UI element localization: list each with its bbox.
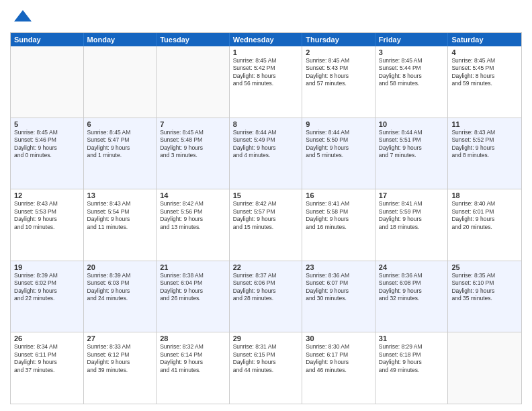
calendar-cell: 26Sunrise: 8:34 AM Sunset: 6:11 PM Dayli…	[11, 332, 84, 404]
day-info: Sunrise: 8:44 AM Sunset: 5:51 PM Dayligh…	[379, 129, 445, 160]
calendar-cell: 17Sunrise: 8:41 AM Sunset: 5:59 PM Dayli…	[375, 189, 449, 261]
calendar-cell: 29Sunrise: 8:31 AM Sunset: 6:15 PM Dayli…	[230, 332, 303, 404]
day-number: 27	[87, 334, 153, 342]
day-number: 9	[306, 120, 371, 128]
day-number: 19	[14, 263, 80, 271]
day-info: Sunrise: 8:34 AM Sunset: 6:11 PM Dayligh…	[14, 343, 80, 374]
day-number: 8	[233, 120, 299, 128]
logo-icon	[13, 7, 33, 27]
calendar-cell: 20Sunrise: 8:39 AM Sunset: 6:03 PM Dayli…	[84, 261, 157, 332]
calendar-cell: 31Sunrise: 8:29 AM Sunset: 6:18 PM Dayli…	[375, 332, 449, 404]
calendar-cell: 16Sunrise: 8:41 AM Sunset: 5:58 PM Dayli…	[302, 189, 375, 261]
calendar-row-2: 12Sunrise: 8:43 AM Sunset: 5:53 PM Dayli…	[11, 189, 521, 261]
day-info: Sunrise: 8:45 AM Sunset: 5:48 PM Dayligh…	[160, 129, 226, 160]
calendar-row-4: 26Sunrise: 8:34 AM Sunset: 6:11 PM Dayli…	[11, 332, 521, 404]
day-info: Sunrise: 8:32 AM Sunset: 6:14 PM Dayligh…	[160, 343, 226, 374]
day-info: Sunrise: 8:36 AM Sunset: 6:08 PM Dayligh…	[379, 272, 445, 303]
day-info: Sunrise: 8:45 AM Sunset: 5:42 PM Dayligh…	[233, 57, 299, 88]
header	[10, 7, 522, 27]
calendar-cell: 6Sunrise: 8:45 AM Sunset: 5:47 PM Daylig…	[84, 118, 157, 189]
calendar-cell: 18Sunrise: 8:40 AM Sunset: 6:01 PM Dayli…	[448, 189, 521, 261]
day-info: Sunrise: 8:35 AM Sunset: 6:10 PM Dayligh…	[451, 272, 518, 303]
calendar-cell: 12Sunrise: 8:43 AM Sunset: 5:53 PM Dayli…	[11, 189, 84, 261]
day-info: Sunrise: 8:36 AM Sunset: 6:07 PM Dayligh…	[306, 272, 371, 303]
day-number: 15	[233, 191, 299, 199]
day-number: 13	[87, 191, 153, 199]
calendar-cell: 13Sunrise: 8:43 AM Sunset: 5:54 PM Dayli…	[84, 189, 157, 261]
calendar-cell: 25Sunrise: 8:35 AM Sunset: 6:10 PM Dayli…	[448, 261, 521, 332]
calendar-row-0: 1Sunrise: 8:45 AM Sunset: 5:42 PM Daylig…	[11, 46, 521, 118]
calendar-cell: 4Sunrise: 8:45 AM Sunset: 5:45 PM Daylig…	[448, 46, 521, 118]
calendar-cell: 24Sunrise: 8:36 AM Sunset: 6:08 PM Dayli…	[375, 261, 449, 332]
day-number: 18	[451, 191, 518, 199]
calendar-cell: 2Sunrise: 8:45 AM Sunset: 5:43 PM Daylig…	[302, 46, 375, 118]
calendar-row-1: 5Sunrise: 8:45 AM Sunset: 5:46 PM Daylig…	[11, 118, 521, 189]
day-number: 17	[379, 191, 445, 199]
calendar-cell: 23Sunrise: 8:36 AM Sunset: 6:07 PM Dayli…	[302, 261, 375, 332]
day-number: 22	[233, 263, 299, 271]
calendar-cell	[448, 332, 521, 404]
day-number: 3	[379, 48, 445, 56]
header-day-friday: Friday	[375, 33, 449, 46]
day-number: 11	[451, 120, 518, 128]
day-number: 12	[14, 191, 80, 199]
header-day-sunday: Sunday	[11, 33, 84, 46]
svg-marker-0	[14, 10, 32, 21]
calendar: SundayMondayTuesdayWednesdayThursdayFrid…	[10, 32, 522, 404]
calendar-cell: 5Sunrise: 8:45 AM Sunset: 5:46 PM Daylig…	[11, 118, 84, 189]
calendar-cell: 14Sunrise: 8:42 AM Sunset: 5:56 PM Dayli…	[157, 189, 230, 261]
day-info: Sunrise: 8:33 AM Sunset: 6:12 PM Dayligh…	[87, 343, 153, 374]
day-number: 23	[306, 263, 371, 271]
header-day-monday: Monday	[84, 33, 157, 46]
header-day-wednesday: Wednesday	[230, 33, 303, 46]
calendar-cell: 3Sunrise: 8:45 AM Sunset: 5:44 PM Daylig…	[375, 46, 449, 118]
calendar-cell: 27Sunrise: 8:33 AM Sunset: 6:12 PM Dayli…	[84, 332, 157, 404]
page: SundayMondayTuesdayWednesdayThursdayFrid…	[0, 0, 532, 411]
calendar-body: 1Sunrise: 8:45 AM Sunset: 5:42 PM Daylig…	[11, 46, 521, 404]
calendar-cell: 11Sunrise: 8:43 AM Sunset: 5:52 PM Dayli…	[448, 118, 521, 189]
calendar-header: SundayMondayTuesdayWednesdayThursdayFrid…	[11, 33, 521, 46]
calendar-row-3: 19Sunrise: 8:39 AM Sunset: 6:02 PM Dayli…	[11, 261, 521, 332]
day-number: 30	[306, 334, 371, 342]
day-info: Sunrise: 8:44 AM Sunset: 5:49 PM Dayligh…	[233, 129, 299, 160]
calendar-cell: 8Sunrise: 8:44 AM Sunset: 5:49 PM Daylig…	[230, 118, 303, 189]
day-info: Sunrise: 8:42 AM Sunset: 5:56 PM Dayligh…	[160, 200, 226, 231]
day-info: Sunrise: 8:31 AM Sunset: 6:15 PM Dayligh…	[233, 343, 299, 374]
day-number: 31	[379, 334, 445, 342]
calendar-cell	[11, 46, 84, 118]
day-info: Sunrise: 8:30 AM Sunset: 6:17 PM Dayligh…	[306, 343, 371, 374]
day-info: Sunrise: 8:45 AM Sunset: 5:43 PM Dayligh…	[306, 57, 371, 88]
day-info: Sunrise: 8:38 AM Sunset: 6:04 PM Dayligh…	[160, 272, 226, 303]
day-info: Sunrise: 8:42 AM Sunset: 5:57 PM Dayligh…	[233, 200, 299, 231]
header-day-tuesday: Tuesday	[157, 33, 230, 46]
day-number: 24	[379, 263, 445, 271]
day-info: Sunrise: 8:41 AM Sunset: 5:58 PM Dayligh…	[306, 200, 371, 231]
header-day-saturday: Saturday	[448, 33, 521, 46]
day-info: Sunrise: 8:43 AM Sunset: 5:53 PM Dayligh…	[14, 200, 80, 231]
day-number: 7	[160, 120, 226, 128]
day-number: 1	[233, 48, 299, 56]
calendar-cell: 1Sunrise: 8:45 AM Sunset: 5:42 PM Daylig…	[230, 46, 303, 118]
day-number: 5	[14, 120, 80, 128]
day-number: 10	[379, 120, 445, 128]
logo	[10, 7, 33, 27]
day-info: Sunrise: 8:45 AM Sunset: 5:46 PM Dayligh…	[14, 129, 80, 160]
calendar-cell: 15Sunrise: 8:42 AM Sunset: 5:57 PM Dayli…	[230, 189, 303, 261]
calendar-cell: 22Sunrise: 8:37 AM Sunset: 6:06 PM Dayli…	[230, 261, 303, 332]
calendar-cell	[157, 46, 230, 118]
day-number: 26	[14, 334, 80, 342]
day-info: Sunrise: 8:43 AM Sunset: 5:54 PM Dayligh…	[87, 200, 153, 231]
calendar-cell	[84, 46, 157, 118]
day-number: 6	[87, 120, 153, 128]
day-info: Sunrise: 8:37 AM Sunset: 6:06 PM Dayligh…	[233, 272, 299, 303]
day-info: Sunrise: 8:43 AM Sunset: 5:52 PM Dayligh…	[451, 129, 518, 160]
header-day-thursday: Thursday	[302, 33, 375, 46]
calendar-cell: 21Sunrise: 8:38 AM Sunset: 6:04 PM Dayli…	[157, 261, 230, 332]
day-number: 4	[451, 48, 518, 56]
day-info: Sunrise: 8:45 AM Sunset: 5:47 PM Dayligh…	[87, 129, 153, 160]
day-number: 20	[87, 263, 153, 271]
day-info: Sunrise: 8:39 AM Sunset: 6:02 PM Dayligh…	[14, 272, 80, 303]
day-info: Sunrise: 8:44 AM Sunset: 5:50 PM Dayligh…	[306, 129, 371, 160]
day-info: Sunrise: 8:41 AM Sunset: 5:59 PM Dayligh…	[379, 200, 445, 231]
day-number: 21	[160, 263, 226, 271]
